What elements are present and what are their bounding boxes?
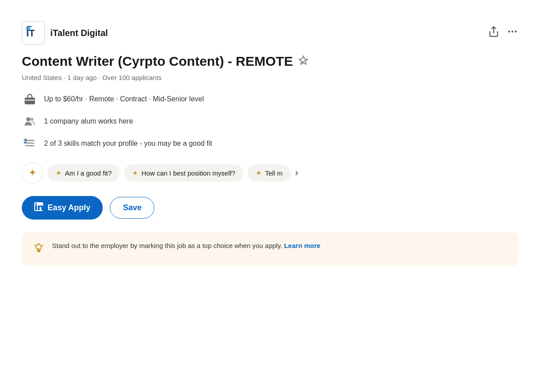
standout-banner: Stand out to the employer by marking thi…: [22, 232, 518, 266]
skills-text: 2 of 3 skills match your profile - you m…: [44, 140, 212, 148]
chip-label-1: Am I a good fit?: [65, 169, 112, 177]
svg-point-6: [508, 31, 510, 32]
briefcase-icon: [22, 91, 38, 107]
chip-sparkle-icon-1: ✦: [56, 169, 61, 177]
chevron-right-icon[interactable]: ›: [295, 167, 298, 179]
svg-point-7: [512, 31, 513, 32]
ai-sparkle-icon: ✦: [28, 167, 36, 179]
verified-icon: [297, 55, 310, 68]
save-label: Save: [123, 203, 141, 212]
svg-rect-9: [24, 98, 35, 104]
linkedin-icon: [34, 202, 43, 213]
job-meta: United States · 1 day ago · Over 100 app…: [22, 74, 518, 81]
company-logo[interactable]: iT: [22, 21, 45, 44]
easy-apply-label: Easy Apply: [48, 203, 90, 212]
alumni-row: 1 company alum works here: [22, 113, 518, 129]
action-buttons: Easy Apply Save: [22, 196, 518, 220]
svg-rect-17: [35, 205, 37, 210]
ai-suggestions: ✦ ✦ Am I a good fit? ✦ How can I best po…: [22, 162, 518, 184]
ai-chip-good-fit[interactable]: ✦ Am I a good fit?: [48, 164, 120, 182]
chip-label-3: Tell m: [265, 169, 282, 177]
job-title: Content Writer (Cyrpto Content) - REMOTE: [22, 53, 518, 69]
alumni-text: 1 company alum works here: [44, 117, 133, 125]
easy-apply-button[interactable]: Easy Apply: [22, 196, 103, 220]
people-icon: [22, 113, 38, 129]
share-icon[interactable]: [488, 26, 500, 40]
job-details: Up to $60/hr · Remote · Contract · Mid-S…: [22, 91, 518, 152]
svg-point-8: [515, 31, 516, 32]
company-name: iTalent Digital: [50, 28, 108, 38]
save-button[interactable]: Save: [110, 197, 154, 219]
job-title-text: Content Writer (Cyrpto Content) - REMOTE: [22, 53, 293, 69]
skills-row: 2 of 3 skills match your profile - you m…: [22, 136, 518, 152]
job-card: iT iTalent Digital: [8, 9, 532, 280]
svg-point-11: [26, 117, 30, 121]
compensation-row: Up to $60/hr · Remote · Contract · Mid-S…: [22, 91, 518, 107]
more-options-icon[interactable]: [507, 26, 518, 40]
svg-point-18: [35, 203, 37, 205]
bulb-icon: [32, 242, 45, 257]
ai-chip-position[interactable]: ✦ How can I best position myself?: [124, 164, 243, 182]
skills-icon: [22, 136, 38, 152]
chip-sparkle-icon-2: ✦: [132, 169, 138, 177]
chip-sparkle-icon-3: ✦: [256, 169, 262, 177]
company-header: iT iTalent Digital: [22, 21, 518, 44]
ai-main-button[interactable]: ✦: [22, 162, 43, 184]
standout-text: Stand out to the employer by marking thi…: [52, 241, 320, 251]
compensation-text: Up to $60/hr · Remote · Contract · Mid-S…: [44, 95, 204, 103]
standout-main-text: Stand out to the employer by marking thi…: [52, 242, 282, 249]
chip-label-2: How can I best position myself?: [141, 169, 235, 177]
svg-point-12: [30, 118, 33, 121]
learn-more-link[interactable]: Learn more: [284, 242, 321, 249]
ai-chip-tell[interactable]: ✦ Tell m: [248, 164, 290, 182]
header-actions: [488, 26, 518, 40]
company-left: iT iTalent Digital: [22, 21, 108, 44]
